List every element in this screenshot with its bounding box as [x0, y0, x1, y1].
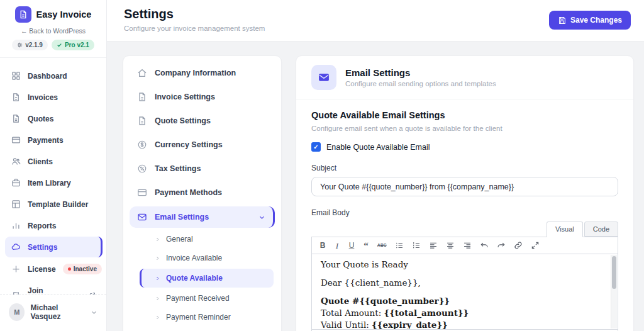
home-icon	[137, 68, 147, 78]
app-logo-icon	[15, 6, 31, 23]
page-subtitle: Configure your invoice management system	[124, 25, 265, 32]
settings-nav-quote-settings[interactable]: Quote Settings	[123, 109, 281, 133]
editor-line: Valid Until: {{expiry_date}}	[321, 320, 602, 330]
undo-button[interactable]	[480, 241, 489, 250]
subject-label: Subject	[311, 164, 618, 172]
page-header: Settings Configure your invoice manageme…	[107, 0, 644, 42]
align-center-button[interactable]	[446, 241, 455, 250]
panel-title: Email Settings	[345, 67, 496, 78]
chart-icon	[11, 221, 21, 230]
italic-button[interactable]: I	[334, 242, 340, 250]
editor-line: Total Amount: {{total_amount}}	[321, 308, 602, 318]
editor-scrollbar[interactable]	[611, 255, 617, 328]
sidebar-item-payments[interactable]: Payments	[5, 130, 103, 150]
box-icon	[11, 178, 21, 188]
tab-code[interactable]: Code	[584, 222, 618, 237]
file-icon	[11, 114, 21, 123]
file-icon	[137, 92, 147, 102]
settings-nav-text-settings[interactable]: Text Settings	[123, 327, 281, 331]
underline-button[interactable]: U	[348, 242, 355, 249]
blockquote-button[interactable]: “	[363, 243, 369, 249]
brand-block: Easy Invoice ← Back to WordPress v2.1.9 …	[0, 0, 106, 58]
align-left-button[interactable]	[429, 241, 438, 250]
card-icon	[11, 135, 21, 145]
bullet-list-button[interactable]	[395, 241, 404, 250]
sidebar-item-license[interactable]: License Inactive	[5, 258, 103, 280]
email-settings-panel: Email Settings Configure email sending o…	[296, 55, 634, 331]
chevron-right-icon	[155, 315, 160, 320]
editor-toolbar: B I U “ ABC	[311, 237, 618, 254]
panel-subtitle: Configure email sending options and temp…	[345, 80, 496, 87]
enable-quote-email-label: Enable Quote Available Email	[326, 143, 430, 152]
email-settings-child-quote-available[interactable]: Quote Available	[140, 269, 274, 288]
chevron-right-icon	[155, 296, 160, 301]
back-to-wordpress-link[interactable]: ← Back to WordPress	[5, 27, 101, 35]
sidebar-item-item-library[interactable]: Item Library	[5, 172, 103, 193]
section-subtitle: Configure email sent when a quote is ava…	[311, 125, 618, 132]
scrollbar-thumb[interactable]	[612, 256, 616, 289]
sidebar-item-quotes[interactable]: Quotes	[5, 108, 103, 129]
save-icon	[558, 16, 566, 25]
redo-button[interactable]	[497, 241, 506, 250]
save-changes-button[interactable]: Save Changes	[549, 11, 631, 30]
email-settings-child-invoice-available[interactable]: Invoice Available	[123, 249, 281, 267]
layout-icon	[11, 199, 21, 209]
chevron-right-icon	[155, 237, 160, 242]
sidebar-item-reports[interactable]: Reports	[5, 215, 103, 236]
sidebar-nav: Dashboard Invoices Quotes Payments Clien…	[0, 58, 106, 310]
license-inactive-badge: Inactive	[63, 264, 102, 274]
mail-icon	[137, 212, 147, 222]
tab-visual[interactable]: Visual	[547, 222, 583, 237]
numbered-list-button[interactable]	[412, 241, 421, 250]
cloud-icon	[11, 242, 21, 252]
settings-nav-payment-methods[interactable]: Payment Methods	[123, 181, 281, 205]
bold-button[interactable]: B	[319, 242, 326, 249]
sidebar-item-invoices[interactable]: Invoices	[5, 87, 103, 108]
settings-nav-currency-settings[interactable]: Currency Settings	[123, 133, 281, 157]
enable-quote-email-checkbox[interactable]: ✓	[311, 142, 321, 152]
sidebar-item-template-builder[interactable]: Template Builder	[5, 194, 103, 215]
sidebar-item-dashboard[interactable]: Dashboard	[5, 65, 103, 86]
editor-line: Your Quote is Ready	[321, 259, 602, 269]
panel-header: Email Settings Configure email sending o…	[296, 56, 633, 99]
user-menu[interactable]: M Michael Vasquez	[0, 295, 106, 331]
chevron-down-icon	[258, 214, 265, 221]
file-icon	[137, 116, 147, 126]
page-title: Settings	[124, 7, 174, 21]
version-badge: v2.1.9	[12, 40, 48, 50]
sidebar-item-settings[interactable]: Settings	[5, 237, 103, 257]
fullscreen-button[interactable]	[531, 241, 540, 250]
settings-nav-invoice-settings[interactable]: Invoice Settings	[123, 85, 281, 109]
email-settings-child-general[interactable]: General	[123, 230, 281, 249]
pro-version-badge: Pro v2.1	[52, 40, 94, 50]
settings-nav: Company Information Invoice Settings Quo…	[123, 55, 282, 331]
enable-quote-email-row: ✓ Enable Quote Available Email	[311, 142, 618, 152]
dollar-icon	[137, 140, 147, 150]
percent-icon	[137, 164, 147, 174]
chevron-right-icon	[155, 255, 160, 261]
card-icon	[137, 188, 147, 198]
email-body-editor[interactable]: Your Quote is Ready Dear {{client_name}}…	[311, 254, 618, 330]
main-content: Company Information Invoice Settings Quo…	[107, 42, 644, 331]
settings-nav-email-settings[interactable]: Email Settings	[130, 206, 275, 228]
sidebar-item-clients[interactable]: Clients	[5, 151, 103, 172]
strikethrough-button[interactable]: ABC	[377, 244, 387, 248]
chevron-right-icon	[155, 276, 160, 281]
chevron-down-icon	[91, 309, 97, 316]
email-body-label: Email Body	[311, 208, 618, 217]
email-settings-child-payment-received[interactable]: Payment Received	[123, 289, 281, 308]
avatar: M	[9, 303, 25, 321]
plus-icon	[11, 264, 21, 274]
link-button[interactable]	[514, 241, 523, 250]
settings-nav-tax-settings[interactable]: Tax Settings	[123, 157, 281, 181]
section-title: Quote Available Email Settings	[311, 110, 618, 120]
email-settings-child-payment-reminder[interactable]: Payment Reminder	[123, 308, 281, 327]
grid-icon	[11, 71, 21, 81]
editor-tabs: Visual Code	[311, 222, 618, 237]
settings-nav-company-information[interactable]: Company Information	[123, 61, 281, 85]
users-icon	[11, 157, 21, 166]
editor-line: Quote #{{quote_number}}	[321, 296, 602, 306]
subject-input[interactable]	[311, 177, 618, 196]
file-icon	[11, 93, 21, 102]
align-right-button[interactable]	[463, 241, 472, 250]
